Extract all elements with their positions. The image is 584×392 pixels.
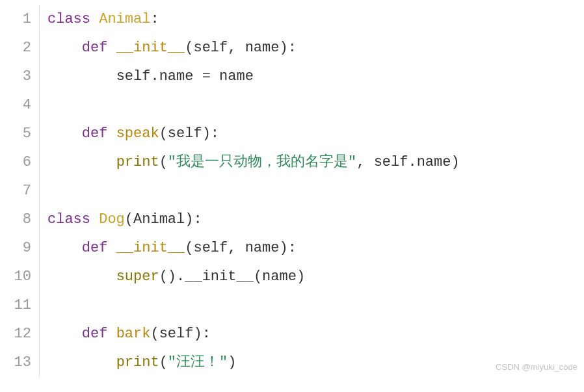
line-number: 6 [0, 148, 31, 177]
punctuation: ( [150, 326, 159, 342]
indent [47, 40, 82, 56]
base-class: Animal [133, 211, 185, 228]
line-number: 13 [0, 348, 31, 377]
builtin-print: print [116, 154, 159, 170]
code-line: class Dog(Animal): [47, 205, 584, 234]
punctuation: ): [279, 40, 296, 56]
code-line: self.name = name [47, 62, 584, 91]
keyword-class: class [47, 211, 99, 228]
indent [47, 268, 116, 285]
function-name: bark [116, 326, 151, 342]
code-line: def bark(self): [47, 320, 584, 348]
code-content: class Animal: def __init__(self, name): … [40, 5, 584, 377]
line-number-gutter: 1 2 3 4 5 6 7 8 9 10 11 12 13 [0, 5, 39, 377]
string-literal: "汪汪！" [168, 354, 228, 371]
punctuation: ) [297, 268, 305, 285]
keyword-def: def [82, 40, 116, 56]
code-line-empty [47, 91, 584, 120]
punctuation: , [228, 240, 245, 256]
identifier: self [374, 154, 408, 170]
code-line: def __init__(self, name): [47, 34, 584, 62]
parameter: self [159, 326, 194, 342]
punctuation: ( [125, 211, 133, 228]
class-name: Animal [99, 11, 150, 27]
identifier: name [219, 68, 254, 85]
attribute: name [417, 154, 451, 170]
builtin-super: super [116, 268, 159, 285]
code-line: super().__init__(name) [47, 263, 584, 291]
indent [47, 68, 116, 85]
code-editor: 1 2 3 4 5 6 7 8 9 10 11 12 13 class Anim… [0, 0, 584, 377]
punctuation: ( [159, 354, 168, 371]
punctuation: . [150, 68, 159, 85]
indent [47, 125, 82, 142]
parameter: self [193, 240, 228, 256]
code-line: def __init__(self, name): [47, 234, 584, 263]
line-number: 2 [0, 34, 31, 62]
keyword-def: def [82, 125, 116, 142]
punctuation: ( [159, 125, 168, 142]
punctuation: ): [193, 326, 210, 342]
operator: = [193, 68, 219, 85]
line-number: 5 [0, 120, 31, 148]
punctuation: : [150, 11, 159, 27]
line-number: 4 [0, 91, 31, 120]
function-name: speak [116, 125, 159, 142]
punctuation: , [228, 40, 245, 56]
punctuation: ( [159, 154, 168, 170]
parameter: self [168, 125, 202, 142]
indent [47, 240, 82, 256]
code-line-empty [47, 291, 584, 320]
keyword-class: class [47, 11, 99, 27]
function-name: __init__ [116, 40, 185, 56]
function-name: __init__ [116, 240, 185, 256]
method-call: __init__ [185, 268, 254, 285]
attribute: name [159, 68, 194, 85]
keyword-def: def [82, 326, 116, 342]
string-literal: "我是一只动物，我的名字是" [168, 154, 356, 170]
code-line: class Animal: [47, 5, 584, 34]
punctuation: ( [185, 240, 193, 256]
identifier: self [116, 68, 151, 85]
parameter: name [245, 40, 280, 56]
punctuation: ( [185, 40, 193, 56]
line-number: 11 [0, 291, 31, 320]
line-number: 3 [0, 62, 31, 91]
builtin-print: print [116, 354, 159, 371]
line-number: 1 [0, 5, 31, 34]
punctuation: ): [279, 240, 296, 256]
indent [47, 354, 116, 371]
punctuation: ) [228, 354, 236, 371]
punctuation: ): [185, 211, 202, 228]
punctuation: . [176, 268, 185, 285]
punctuation: ( [254, 268, 262, 285]
punctuation: () [159, 268, 176, 285]
line-number: 10 [0, 263, 31, 291]
punctuation: ): [202, 125, 219, 142]
punctuation: . [408, 154, 416, 170]
punctuation: , [356, 154, 373, 170]
keyword-def: def [82, 240, 116, 256]
indent [47, 326, 82, 342]
line-number: 9 [0, 234, 31, 263]
indent [47, 154, 116, 170]
parameter: name [245, 240, 280, 256]
line-number: 7 [0, 177, 31, 205]
code-line: print("汪汪！") [47, 348, 584, 377]
code-line: print("我是一只动物，我的名字是", self.name) [47, 148, 584, 177]
punctuation: ) [451, 154, 459, 170]
code-line-empty [47, 177, 584, 205]
line-number: 8 [0, 205, 31, 234]
line-number: 12 [0, 320, 31, 348]
code-line: def speak(self): [47, 120, 584, 148]
class-name: Dog [99, 211, 125, 228]
argument: name [262, 268, 297, 285]
parameter: self [193, 40, 228, 56]
